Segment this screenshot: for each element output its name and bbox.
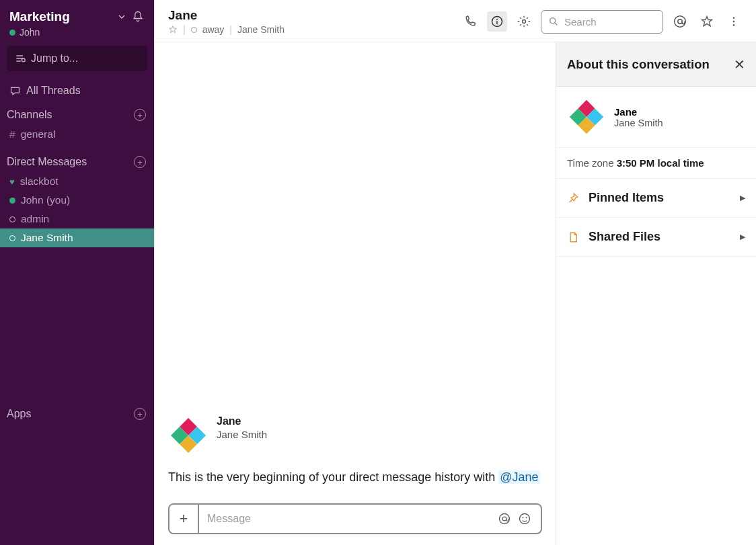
- star-outline-icon[interactable]: [697, 11, 717, 32]
- presence-active-icon: [9, 30, 15, 36]
- channel-name: general: [21, 128, 56, 140]
- svg-point-13: [733, 17, 735, 19]
- all-threads-label: All Threads: [26, 85, 81, 97]
- heart-icon: ♥: [9, 177, 15, 187]
- jump-icon: [15, 53, 26, 64]
- add-app-button[interactable]: +: [134, 408, 146, 420]
- channels-header: Channels +: [0, 105, 154, 125]
- details-title: About this conversation: [567, 57, 710, 72]
- current-user-name: John: [20, 27, 40, 38]
- svg-point-11: [675, 16, 686, 28]
- composer: +: [168, 503, 542, 534]
- svg-point-8: [496, 19, 498, 20]
- sidebar: Marketing John Jump to... All Threads Ch…: [0, 0, 154, 545]
- hash-icon: #: [9, 128, 15, 140]
- dm-item-admin[interactable]: admin: [0, 210, 154, 228]
- apps-label[interactable]: Apps: [7, 408, 31, 420]
- dm-item-slackbot[interactable]: ♥ slackbot: [0, 172, 154, 191]
- chevron-right-icon: ▶: [740, 233, 745, 241]
- channel-item-general[interactable]: # general: [0, 125, 154, 144]
- mention-link[interactable]: @Jane: [498, 470, 539, 484]
- threads-icon: [9, 85, 21, 97]
- dm-name: slackbot: [20, 175, 59, 187]
- presence-away-icon: [9, 235, 15, 241]
- dm-item-self[interactable]: John (you): [0, 191, 154, 210]
- presence-away-icon: [191, 27, 197, 33]
- star-icon[interactable]: [168, 25, 178, 34]
- svg-point-10: [550, 18, 556, 24]
- bell-icon[interactable]: [131, 10, 145, 24]
- status-text: away: [202, 24, 225, 35]
- dms-label[interactable]: Direct Messages: [7, 156, 87, 168]
- channel-header: Jane | away | Jane Smith: [155, 0, 756, 42]
- full-name: Jane Smith: [237, 24, 285, 35]
- chevron-right-icon: ▶: [740, 194, 745, 202]
- presence-away-icon: [9, 216, 15, 222]
- search-box[interactable]: [541, 10, 663, 34]
- profile-section[interactable]: Jane Jane Smith: [556, 87, 756, 148]
- channels-label[interactable]: Channels: [7, 109, 52, 121]
- svg-point-17: [502, 517, 506, 521]
- more-vertical-icon[interactable]: [724, 11, 744, 32]
- svg-point-12: [678, 19, 682, 24]
- add-dm-button[interactable]: +: [134, 156, 146, 168]
- intro-prefix: This is the very beginning of your direc…: [168, 470, 498, 484]
- avatar: [567, 97, 606, 136]
- svg-point-6: [22, 58, 25, 62]
- tz-label: Time zone: [567, 157, 613, 169]
- workspace-name[interactable]: Marketing: [9, 9, 70, 24]
- svg-point-20: [526, 517, 527, 518]
- intro-text: This is the very beginning of your direc…: [168, 469, 542, 486]
- svg-point-19: [523, 517, 524, 518]
- files-label: Shared Files: [589, 230, 730, 244]
- main-content: Jane | away | Jane Smith: [154, 0, 756, 545]
- profile-name: Jane: [614, 106, 663, 118]
- dm-name: Jane Smith: [21, 232, 73, 244]
- dms-header: Direct Messages +: [0, 152, 154, 172]
- mentions-icon[interactable]: [670, 11, 690, 32]
- svg-point-9: [523, 20, 526, 24]
- dm-name: John (you): [21, 194, 70, 206]
- svg-point-18: [520, 514, 530, 524]
- file-icon: [567, 231, 579, 243]
- dm-name: admin: [21, 213, 49, 225]
- close-icon[interactable]: ✕: [734, 56, 745, 73]
- current-user[interactable]: John: [0, 26, 154, 44]
- jump-to-label: Jump to...: [31, 52, 78, 65]
- gear-icon[interactable]: [514, 11, 534, 32]
- all-threads[interactable]: All Threads: [0, 79, 154, 105]
- intro-fullname: Jane Smith: [217, 429, 267, 440]
- at-mention-icon[interactable]: [498, 512, 511, 526]
- jump-to-input[interactable]: Jump to...: [7, 46, 147, 71]
- timezone-section: Time zone 3:50 PM local time: [556, 148, 756, 179]
- svg-point-14: [733, 21, 735, 23]
- avatar[interactable]: [168, 415, 209, 456]
- search-input[interactable]: [564, 16, 656, 28]
- message-area: Jane Jane Smith This is the very beginni…: [155, 42, 556, 545]
- presence-active-icon: [9, 198, 15, 204]
- svg-point-15: [733, 24, 735, 26]
- svg-point-16: [500, 514, 510, 524]
- tz-value: 3:50 PM local time: [617, 157, 704, 169]
- details-panel: About this conversation ✕ Jane Jane Smit…: [556, 42, 756, 545]
- pin-icon: [567, 192, 579, 204]
- message-input[interactable]: [199, 513, 498, 525]
- channel-title[interactable]: Jane: [168, 8, 285, 23]
- add-channel-button[interactable]: +: [134, 109, 146, 121]
- intro-name: Jane: [217, 415, 267, 427]
- chevron-down-icon[interactable]: [118, 13, 126, 21]
- profile-fullname: Jane Smith: [614, 118, 663, 128]
- dm-item-jane[interactable]: Jane Smith: [0, 228, 154, 247]
- call-icon[interactable]: [460, 11, 480, 32]
- search-icon: [548, 16, 559, 27]
- apps-header: Apps +: [0, 404, 154, 424]
- pinned-label: Pinned Items: [589, 191, 730, 205]
- info-icon[interactable]: [487, 11, 507, 32]
- composer-plus-button[interactable]: +: [169, 505, 199, 533]
- pinned-items-section[interactable]: Pinned Items ▶: [556, 179, 756, 218]
- emoji-icon[interactable]: [518, 512, 531, 526]
- shared-files-section[interactable]: Shared Files ▶: [556, 218, 756, 257]
